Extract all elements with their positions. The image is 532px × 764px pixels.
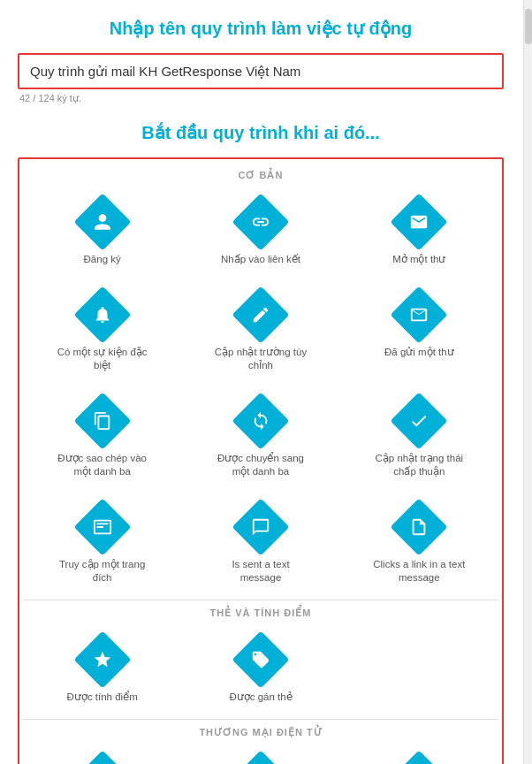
- duoc-sao-chep-icon: [93, 411, 112, 431]
- trigger-item-duoc-chuyen-sang[interactable]: Được chuyển sang một danh ba: [181, 384, 339, 490]
- duoc-gan-the-icon: [251, 650, 270, 669]
- duoc-tinh-diem-icon: [93, 650, 112, 669]
- dang-ky-label: Đăng ký: [84, 253, 121, 266]
- duoc-chuyen-sang-icon: [251, 411, 270, 431]
- category-label-thuong-mai: THƯƠNG MẠI ĐIỆN TỬ: [23, 719, 498, 742]
- trigger-item-dang-ky[interactable]: Đăng ký: [23, 185, 181, 278]
- trigger-item-mua-hang[interactable]: Mua hàng: [23, 742, 181, 765]
- trigger-item-da-gui[interactable]: Đã gửi một thư: [340, 278, 498, 384]
- sent-text-label: Is sent a text message: [212, 558, 309, 584]
- truy-cap-trang-icon: [93, 517, 112, 537]
- sent-text-icon: [251, 517, 270, 537]
- co-su-kien-label: Có một sự kiện đặc biệt: [54, 346, 151, 372]
- truy-cap-trang-label: Truy cập một trang đích: [54, 558, 151, 584]
- duoc-tinh-diem-label: Được tính điểm: [67, 691, 138, 704]
- trigger-grid-container: CƠ BẢNĐăng kýNhấp vào liên kếtMở một thư…: [18, 157, 504, 764]
- clicks-link-text-label: Clicks a link in a text message: [370, 558, 467, 584]
- trigger-item-co-su-kien[interactable]: Có một sự kiện đặc biệt: [23, 278, 181, 384]
- da-gui-label: Đã gửi một thư: [384, 346, 454, 359]
- section-title: Bắt đầu quy trình khi ai đó...: [18, 122, 504, 143]
- trigger-item-cap-nhat-truong[interactable]: Cập nhật trường tùy chỉnh: [181, 278, 339, 384]
- trigger-item-truy-cap-trang[interactable]: Truy cập một trang đích: [23, 490, 181, 596]
- cap-nhat-truong-label: Cập nhật trường tùy chỉnh: [212, 346, 309, 372]
- clicks-link-text-icon: [409, 517, 429, 537]
- trigger-item-huy-bo-gio-hang[interactable]: Hủy bỏ giỏ hàng: [181, 742, 339, 765]
- mo-mot-thu-label: Mở một thư: [392, 253, 445, 266]
- char-count: 42 / 124 ký tự.: [19, 93, 504, 104]
- mo-mot-thu-icon: [409, 212, 429, 232]
- trigger-item-clicks-link-text[interactable]: Clicks a link in a text message: [340, 490, 498, 596]
- trigger-item-truy-cap-url[interactable]: Truy cập URL: [340, 742, 498, 765]
- trigger-item-duoc-gan-the[interactable]: Được gán thẻ: [181, 623, 339, 715]
- main-container: Nhập tên quy trình làm việc tự động 42 /…: [0, 0, 521, 764]
- cap-nhat-trang-thai-icon: [409, 411, 429, 431]
- trigger-item-mo-mot-thu[interactable]: Mở một thư: [340, 185, 498, 278]
- trigger-item-duoc-sao-chep[interactable]: Được sao chép vào một danh ba: [23, 384, 181, 490]
- category-grid-the-va-tinh-diem: Được tính điểmĐược gán thẻ: [23, 623, 498, 715]
- workflow-name-input[interactable]: [18, 53, 504, 89]
- nhap-lien-ket-label: Nhấp vào liên kết: [221, 253, 300, 266]
- scrollbar-thumb: [525, 9, 532, 44]
- nhap-lien-ket-icon: [251, 212, 270, 232]
- dang-ky-icon: [93, 212, 112, 232]
- category-label-the-va-tinh-diem: THẺ VÀ TÍNH ĐIỂM: [23, 600, 498, 623]
- duoc-gan-the-label: Được gán thẻ: [229, 691, 292, 704]
- category-grid-co-ban: Đăng kýNhấp vào liên kếtMở một thưCó một…: [23, 185, 498, 596]
- trigger-item-nhap-lien-ket[interactable]: Nhấp vào liên kết: [181, 185, 339, 278]
- trigger-item-cap-nhat-trang-thai[interactable]: Cập nhật trạng thái chấp thuận: [340, 384, 498, 490]
- trigger-item-duoc-tinh-diem[interactable]: Được tính điểm: [23, 623, 181, 715]
- co-su-kien-icon: [93, 305, 112, 325]
- duoc-sao-chep-label: Được sao chép vào một danh ba: [54, 452, 151, 478]
- da-gui-icon: [409, 305, 429, 325]
- category-label-co-ban: CƠ BẢN: [23, 163, 498, 185]
- category-grid-thuong-mai: Mua hàngHủy bỏ giỏ hàngTruy cập URL: [23, 742, 498, 765]
- duoc-chuyen-sang-label: Được chuyển sang một danh ba: [212, 452, 309, 478]
- cap-nhat-truong-icon: [251, 305, 270, 325]
- scrollbar[interactable]: [523, 0, 532, 764]
- cap-nhat-trang-thai-label: Cập nhật trạng thái chấp thuận: [370, 452, 467, 478]
- trigger-item-sent-text[interactable]: Is sent a text message: [181, 490, 339, 596]
- page-title: Nhập tên quy trình làm việc tự động: [18, 18, 504, 39]
